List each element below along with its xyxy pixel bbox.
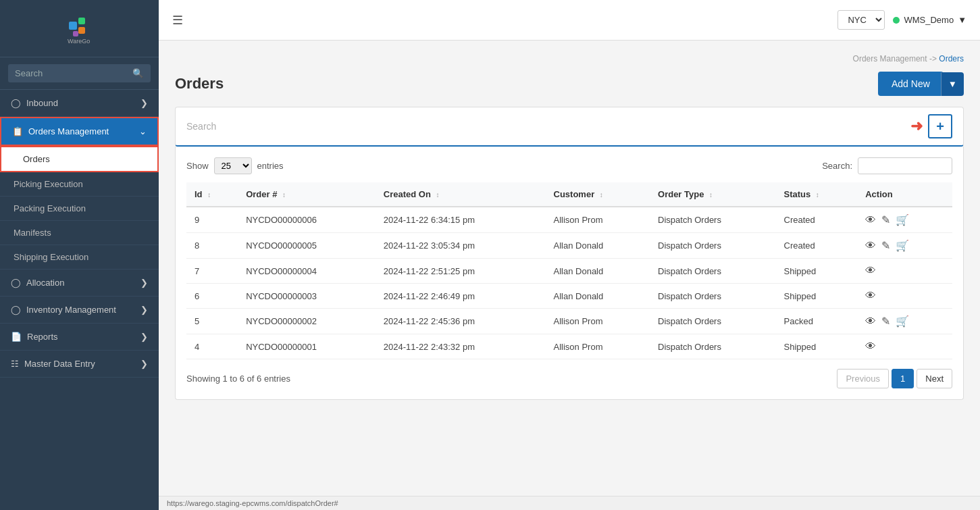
sidebar-item-packing-execution[interactable]: Packing Execution	[0, 197, 159, 221]
next-button[interactable]: Next	[917, 369, 952, 388]
cell-created-on: 2024-11-22 2:43:32 pm	[376, 334, 546, 359]
cart-icon[interactable]: 🛒	[896, 213, 909, 226]
col-order-num[interactable]: Order # ↕	[238, 182, 376, 207]
col-id[interactable]: Id ↕	[186, 182, 238, 207]
sidebar-item-inbound[interactable]: ◯ Inbound ❯	[0, 90, 159, 117]
sidebar-label-inventory: Inventory Management	[26, 305, 116, 315]
sidebar-item-manifests[interactable]: Manifests	[0, 221, 159, 245]
search-bar-input[interactable]	[186, 121, 910, 132]
cell-created-on: 2024-11-22 3:05:34 pm	[376, 233, 546, 259]
edit-icon[interactable]: ✎	[881, 213, 890, 226]
orders-management-icon: 📋	[12, 126, 23, 136]
sidebar-label-packing: Packing Execution	[14, 203, 86, 213]
view-icon[interactable]: 👁	[865, 265, 876, 277]
red-arrow-icon: ➜	[910, 118, 923, 135]
cell-order-type: Dispatch Orders	[650, 259, 775, 284]
allocation-icon: ◯	[11, 278, 21, 288]
hamburger-button[interactable]: ☰	[172, 13, 183, 28]
cell-order-type: Dispatch Orders	[650, 309, 775, 334]
view-icon[interactable]: 👁	[865, 340, 876, 353]
edit-icon[interactable]: ✎	[881, 239, 890, 252]
cell-order-type: Dispatch Orders	[650, 233, 775, 259]
cell-order-num: NYCDO00000005	[238, 233, 376, 259]
cell-created-on: 2024-11-22 2:45:36 pm	[376, 309, 546, 334]
cell-order-num: NYCDO00000004	[238, 259, 376, 284]
sidebar-search-area: 🔍	[0, 57, 159, 90]
cart-icon[interactable]: 🛒	[896, 239, 909, 252]
main-content: ☰ NYC LA CHI WMS_Demo ▼ Orders Managemen…	[159, 0, 980, 510]
breadcrumb-arrow: ->	[929, 54, 939, 63]
entries-per-page-select[interactable]: 25 10 50 100	[214, 157, 252, 174]
view-icon[interactable]: 👁	[865, 315, 876, 328]
sidebar-item-allocation[interactable]: ◯ Allocation ❯	[0, 270, 159, 297]
sidebar-label-picking: Picking Execution	[14, 179, 83, 189]
col-created-on[interactable]: Created On ↕	[376, 182, 546, 207]
cell-customer: Allison Prom	[546, 207, 650, 233]
add-new-button[interactable]: Add New	[878, 72, 944, 96]
previous-button[interactable]: Previous	[837, 369, 889, 388]
header: ☰ NYC LA CHI WMS_Demo ▼	[159, 0, 980, 41]
sidebar-item-label-inbound: Inbound	[26, 98, 58, 108]
chevron-right-icon-inv: ❯	[140, 305, 148, 315]
col-order-type[interactable]: Order Type ↕	[650, 182, 775, 207]
location-dropdown[interactable]: NYC LA CHI	[837, 10, 885, 30]
cell-status: Packed	[776, 309, 858, 334]
cell-action: 👁 ✎ 🛒	[857, 309, 952, 334]
chevron-right-icon-rep: ❯	[140, 332, 148, 342]
sidebar-item-inventory-management[interactable]: ◯ Inventory Management ❯	[0, 297, 159, 324]
cell-order-type: Dispatch Orders	[650, 334, 775, 359]
sidebar-item-master-data-entry[interactable]: ☷ Master Data Entry ❯	[0, 351, 159, 378]
add-filter-button[interactable]: +	[928, 114, 952, 138]
inventory-icon: ◯	[11, 305, 21, 315]
add-new-dropdown-button[interactable]: ▼	[941, 72, 964, 96]
search-button[interactable]: 🔍	[126, 64, 151, 82]
cell-order-num: NYCDO00000001	[238, 334, 376, 359]
col-customer[interactable]: Customer ↕	[546, 182, 650, 207]
page-1-button[interactable]: 1	[892, 369, 914, 388]
show-entries-control: Show 25 10 50 100 entries	[186, 157, 284, 174]
table-section: Show 25 10 50 100 entries Search:	[175, 147, 964, 400]
cell-action: 👁	[857, 284, 952, 309]
view-icon[interactable]: 👁	[865, 290, 876, 302]
chevron-right-icon-mde: ❯	[140, 359, 148, 369]
user-name-label: WMS_Demo	[904, 15, 954, 25]
chevron-down-icon: ⌄	[139, 126, 147, 136]
reports-icon: 📄	[11, 332, 22, 342]
table-controls: Show 25 10 50 100 entries Search:	[186, 157, 952, 174]
user-status-dot	[893, 17, 900, 24]
sidebar-item-reports[interactable]: 📄 Reports ❯	[0, 324, 159, 351]
add-new-label: Add New	[892, 78, 930, 89]
search-input[interactable]	[8, 64, 126, 82]
search-arrow-area: ➜ +	[910, 114, 952, 138]
cart-icon[interactable]: 🛒	[896, 315, 909, 328]
cell-created-on: 2024-11-22 2:51:25 pm	[376, 259, 546, 284]
search-bar-container: ➜ +	[175, 107, 964, 147]
sidebar-item-shipping-execution[interactable]: Shipping Execution	[0, 245, 159, 270]
warego-logo: WareGo	[63, 12, 96, 45]
user-menu[interactable]: WMS_Demo ▼	[893, 15, 966, 25]
sidebar-item-orders[interactable]: Orders	[0, 146, 159, 172]
cell-order-type: Dispatch Orders	[650, 207, 775, 233]
cell-order-type: Dispatch Orders	[650, 284, 775, 309]
breadcrumb-parent: Orders Management	[853, 54, 927, 63]
inbound-icon: ◯	[11, 98, 21, 108]
table-row: 6 NYCDO00000003 2024-11-22 2:46:49 pm Al…	[186, 284, 952, 309]
sidebar-item-orders-management[interactable]: 📋 Orders Management ⌄	[0, 117, 159, 146]
bottom-bar: https://warego.staging-epcwms.com/dispat…	[159, 496, 980, 510]
view-icon[interactable]: 👁	[865, 240, 876, 252]
cell-action: 👁	[857, 334, 952, 359]
chevron-right-icon: ❯	[140, 98, 148, 108]
table-row: 7 NYCDO00000004 2024-11-22 2:51:25 pm Al…	[186, 259, 952, 284]
add-new-dropdown-icon: ▼	[948, 79, 957, 89]
col-status[interactable]: Status ↕	[776, 182, 858, 207]
svg-text:WareGo: WareGo	[68, 38, 90, 45]
edit-icon[interactable]: ✎	[881, 315, 890, 328]
svg-rect-3	[73, 31, 78, 36]
breadcrumb-current[interactable]: Orders	[939, 54, 964, 63]
view-icon[interactable]: 👁	[865, 214, 876, 226]
cell-status: Shipped	[776, 334, 858, 359]
sidebar-item-picking-execution[interactable]: Picking Execution	[0, 172, 159, 197]
table-search-input[interactable]	[858, 157, 952, 174]
orders-table: Id ↕ Order # ↕ Created On ↕ Customer ↕ O…	[186, 182, 952, 359]
cell-id: 6	[186, 284, 238, 309]
